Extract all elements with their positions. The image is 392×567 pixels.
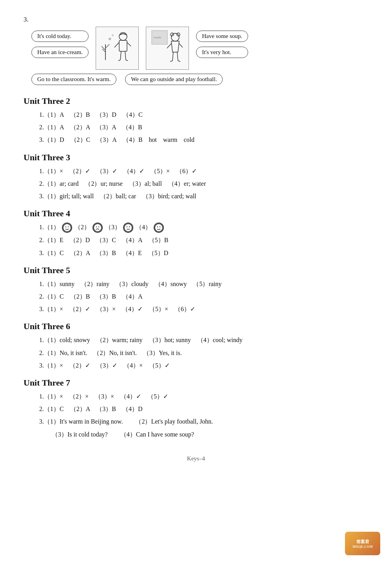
- svg-point-35: [155, 224, 163, 232]
- svg-rect-7: [119, 40, 127, 51]
- unit-three-4-sep1: （2）: [74, 224, 90, 230]
- svg-line-19: [172, 52, 173, 61]
- svg-point-30: [98, 226, 99, 227]
- unit-three-4-line1-label: 1.（1）: [39, 224, 60, 230]
- page-footer: Keys–4: [24, 455, 368, 462]
- svg-line-24: [179, 43, 183, 47]
- label-cold-today: It's cold today.: [31, 31, 89, 42]
- svg-text:room: room: [154, 35, 161, 39]
- image-hot-child: room: [146, 27, 189, 70]
- unit-three-4-answer-3: 3.（1）C （2）A （3）B （4）E （5）D: [39, 248, 368, 258]
- unit-three-6-answer-3: 3.（1）× （2）✓ （3）✓ （4）× （5）✓: [39, 360, 368, 371]
- svg-point-32: [127, 226, 127, 227]
- unit-three-2: Unit Three 2 1.（1）A （2）B （3）D （4）C 2.（1）…: [24, 96, 368, 145]
- svg-line-9: [125, 51, 126, 60]
- label-football: We can go outside and play football.: [125, 74, 223, 85]
- unit-three-4-title: Unit Three 4: [24, 208, 368, 219]
- svg-point-37: [160, 226, 160, 227]
- unit-three-4-sep3: （4）: [136, 224, 151, 230]
- diagram-images: ❄ ❄: [96, 27, 189, 70]
- unit-three-4-sep2: （3）: [105, 224, 121, 230]
- diagram-top: It's cold today. Have an ice-cream. ❄ ❄: [31, 27, 368, 70]
- svg-point-27: [68, 226, 69, 227]
- svg-point-25: [63, 224, 71, 232]
- smiley-happy-1: [62, 223, 72, 233]
- unit-three-7-answer-1: 1.（1）× （2）× （3）× （4）✓ （5）✓: [39, 391, 368, 402]
- svg-text:❄: ❄: [111, 34, 114, 37]
- svg-line-2: [105, 44, 109, 48]
- label-classroom: Go to the classroom. It's warm.: [31, 74, 116, 85]
- svg-line-21: [170, 61, 172, 62]
- svg-line-12: [114, 42, 119, 47]
- label-some-soup: Have some soup.: [196, 31, 248, 42]
- smiley-sad-1: [93, 223, 103, 233]
- svg-line-22: [178, 61, 180, 62]
- label-very-hot: It's very hot.: [196, 47, 248, 58]
- unit-three-2-title: Unit Three 2: [24, 96, 368, 106]
- unit-three-7-answer-4: （3）Is it cold today? （4）Can I have some …: [39, 429, 368, 440]
- unit-three-6-answer-2: 2.（1）No, it isn't. （2）No, it isn't. （3）Y…: [39, 348, 368, 358]
- diagram-section: 3. It's cold today. Have an ice-cream. ❄…: [24, 16, 368, 85]
- unit-three-5-answer-1: 1.（1）sunny （2）rainy （3）cloudy （4）snowy （…: [39, 279, 368, 289]
- unit-three-7: Unit Three 7 1.（1）× （2）× （3）× （4）✓ （5）✓ …: [24, 378, 368, 440]
- svg-point-29: [96, 226, 97, 227]
- svg-point-31: [124, 224, 132, 232]
- unit-three-2-answer-1: 1.（1）A （2）B （3）D （4）C: [39, 109, 368, 120]
- watermark: 答案君 MXQE.COM: [345, 532, 380, 555]
- svg-point-28: [94, 224, 102, 232]
- diagram-bottom-labels: Go to the classroom. It's warm. We can g…: [31, 74, 368, 85]
- diagram-left-labels: It's cold today. Have an ice-cream.: [31, 31, 89, 58]
- diagram-number: 3.: [24, 16, 368, 24]
- unit-three-6: Unit Three 6 1.（1）cold; snowy （2）warm; r…: [24, 321, 368, 371]
- unit-three-2-answer-3: 3.（1）D （2）C （3）A （4）B hot warm cold: [39, 134, 368, 145]
- unit-three-5-title: Unit Three 5: [24, 265, 368, 275]
- smiley-happy-2: [154, 223, 164, 233]
- svg-line-20: [177, 52, 178, 61]
- diagram-right-labels: Have some soup. It's very hot.: [196, 31, 248, 58]
- unit-three-3: Unit Three 3 1.（1）× （2）✓ （3）✓ （4）✓ （5）× …: [24, 152, 368, 202]
- unit-three-3-answer-3: 3.（1）girl; tall; wall （2）ball; car （3）bi…: [39, 191, 368, 201]
- svg-point-33: [129, 226, 130, 227]
- footer-text: Keys–4: [187, 455, 205, 462]
- unit-three-4-answer-2: 2.（1）E （2）D （3）C （4）A （5）B: [39, 235, 368, 245]
- svg-line-1: [102, 46, 105, 50]
- svg-line-11: [126, 60, 128, 61]
- unit-three-3-answer-1: 1.（1）× （2）✓ （3）✓ （4）✓ （5）× （6）✓: [39, 166, 368, 176]
- label-ice-cream: Have an ice-cream.: [31, 47, 89, 58]
- watermark-line1: 答案君: [356, 539, 369, 545]
- svg-line-13: [127, 42, 131, 46]
- image-cold-child: ❄ ❄: [96, 27, 139, 70]
- unit-three-5-answer-3: 3.（1）× （2）✓ （3）× （4）✓ （5）× （6）✓: [39, 304, 368, 314]
- svg-point-36: [157, 226, 158, 227]
- svg-line-8: [120, 51, 121, 60]
- unit-three-5-answer-2: 2.（1）C （2）B （3）B （4）A: [39, 291, 368, 302]
- unit-three-6-title: Unit Three 6: [24, 321, 368, 332]
- svg-text:❄: ❄: [108, 37, 111, 41]
- svg-point-16: [171, 33, 179, 41]
- svg-point-26: [65, 226, 66, 227]
- watermark-line2: MXQE.COM: [352, 545, 373, 549]
- svg-line-10: [118, 60, 120, 61]
- unit-three-5: Unit Three 5 1.（1）sunny （2）rainy （3）clou…: [24, 265, 368, 315]
- unit-three-3-title: Unit Three 3: [24, 152, 368, 163]
- unit-three-6-answer-1: 1.（1）cold; snowy （2）warm; rainy （3）hot; …: [39, 335, 368, 345]
- unit-three-4: Unit Three 4 1.（1） （2） （3）: [24, 208, 368, 258]
- svg-line-23: [167, 43, 171, 48]
- unit-three-4-answer-1: 1.（1） （2） （3）: [39, 222, 368, 233]
- unit-three-2-answer-2: 2.（1）A （2）A （3）A （4）B: [39, 122, 368, 132]
- unit-three-3-answer-2: 2.（1）ar; card （2）ur; nurse （3）al; ball （…: [39, 178, 368, 189]
- smiley-neutral-1: [123, 223, 133, 233]
- unit-three-7-answer-3: 3.（1）It's warm in Beijing now. （2）Let's …: [39, 416, 368, 427]
- unit-three-7-title: Unit Three 7: [24, 378, 368, 388]
- unit-three-7-answer-2: 2.（1）C （2）A （3）B （4）D: [39, 404, 368, 414]
